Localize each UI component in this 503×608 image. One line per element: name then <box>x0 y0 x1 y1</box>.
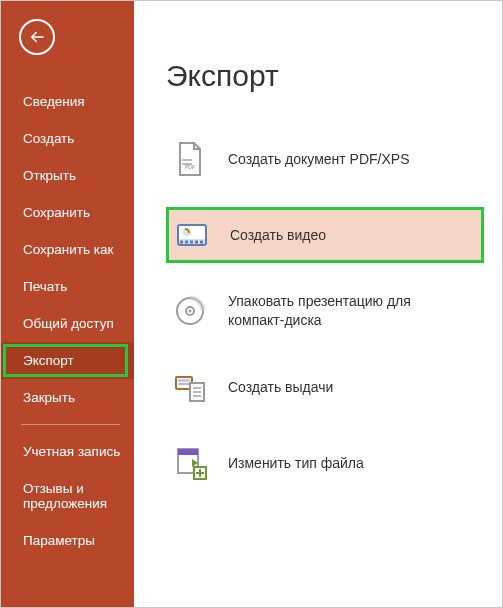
back-button[interactable] <box>19 19 55 55</box>
sidebar-item-info[interactable]: Сведения <box>1 83 134 120</box>
sidebar-item-open[interactable]: Открыть <box>1 157 134 194</box>
svg-rect-9 <box>195 241 198 244</box>
content-pane: Экспорт PDF Создать документ PDF/XPS Соз… <box>134 1 502 607</box>
sidebar-item-label: Учетная запись <box>23 444 120 459</box>
sidebar-item-label: Сведения <box>23 94 85 109</box>
option-label: Изменить тип файла <box>228 454 364 473</box>
change-file-type-icon <box>170 443 210 483</box>
option-label: Создать документ PDF/XPS <box>228 150 410 169</box>
svg-rect-17 <box>178 383 190 385</box>
sidebar-item-label: Сохранить <box>23 205 90 220</box>
option-create-handouts[interactable]: Создать выдачи <box>166 359 484 415</box>
export-options: PDF Создать документ PDF/XPS Создать вид… <box>166 131 484 491</box>
option-change-file-type[interactable]: Изменить тип файла <box>166 435 484 491</box>
svg-rect-21 <box>193 395 201 397</box>
svg-rect-23 <box>178 449 198 455</box>
sidebar-item-label: Экспорт <box>23 353 74 368</box>
svg-rect-6 <box>180 241 183 244</box>
sidebar-item-label: Создать <box>23 131 74 146</box>
compact-disc-icon <box>170 291 210 331</box>
sidebar-item-save[interactable]: Сохранить <box>1 194 134 231</box>
sidebar-item-label: Закрыть <box>23 390 75 405</box>
svg-rect-3 <box>182 159 192 161</box>
sidebar-item-export[interactable]: Экспорт <box>1 342 134 379</box>
sidebar-item-label: Открыть <box>23 168 76 183</box>
svg-rect-19 <box>193 387 201 389</box>
sidebar-item-account[interactable]: Учетная запись <box>1 433 134 470</box>
svg-rect-16 <box>178 379 190 382</box>
option-label: Создать видео <box>230 226 326 245</box>
svg-rect-2 <box>182 163 192 165</box>
arrow-left-icon <box>28 28 46 46</box>
sidebar-item-label: Печать <box>23 279 67 294</box>
handouts-icon <box>170 367 210 407</box>
pdf-xps-document-icon: PDF <box>170 139 210 179</box>
sidebar-item-feedback[interactable]: Отзывы и предложения <box>1 470 134 522</box>
option-create-pdf-xps[interactable]: PDF Создать документ PDF/XPS <box>166 131 484 187</box>
page-title: Экспорт <box>166 59 484 93</box>
svg-rect-10 <box>200 241 203 244</box>
sidebar-item-share[interactable]: Общий доступ <box>1 305 134 342</box>
sidebar-item-save-as[interactable]: Сохранить как <box>1 231 134 268</box>
sidebar-divider <box>21 424 120 425</box>
option-label: Упаковать презентацию для компакт-диска <box>228 292 458 330</box>
backstage-sidebar: Сведения Создать Открыть Сохранить Сохра… <box>1 1 134 607</box>
sidebar-item-new[interactable]: Создать <box>1 120 134 157</box>
svg-rect-8 <box>190 241 193 244</box>
sidebar-item-label: Отзывы и предложения <box>23 481 107 511</box>
option-label: Создать выдачи <box>228 378 333 397</box>
sidebar-item-print[interactable]: Печать <box>1 268 134 305</box>
sidebar-item-label: Общий доступ <box>23 316 114 331</box>
svg-rect-20 <box>193 391 201 393</box>
sidebar-item-close[interactable]: Закрыть <box>1 379 134 416</box>
svg-rect-7 <box>185 241 188 244</box>
option-package-for-cd[interactable]: Упаковать презентацию для компакт-диска <box>166 283 484 339</box>
sidebar-item-label: Сохранить как <box>23 242 113 257</box>
sidebar-item-options[interactable]: Параметры <box>1 522 134 559</box>
option-create-video[interactable]: Создать видео <box>166 207 484 263</box>
svg-point-14 <box>189 310 192 313</box>
video-film-icon <box>172 215 212 255</box>
sidebar-item-label: Параметры <box>23 533 95 548</box>
